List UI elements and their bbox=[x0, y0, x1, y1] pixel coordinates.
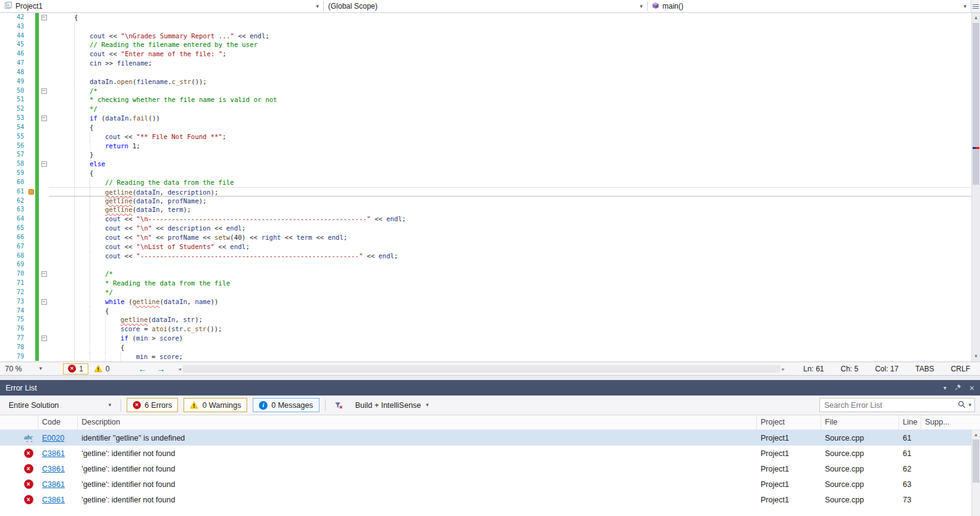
errors-filter-button[interactable]: 6 Errors bbox=[127, 398, 178, 412]
collapse-box-icon[interactable]: − bbox=[41, 336, 47, 341]
scrollbar-split-grip[interactable] bbox=[971, 0, 980, 12]
search-input[interactable] bbox=[823, 400, 955, 410]
code-line[interactable]: 43 bbox=[0, 22, 971, 32]
error-code-link[interactable]: C3861 bbox=[42, 465, 65, 473]
code-text[interactable]: dataIn.open(filename.c_str()); bbox=[49, 77, 971, 87]
code-text[interactable]: { bbox=[49, 123, 971, 132]
code-text[interactable]: cout << "\nGrades Summary Report ..." <<… bbox=[49, 32, 971, 41]
collapse-box-icon[interactable]: − bbox=[41, 161, 47, 167]
project-dropdown[interactable]: + Project1 ▾ bbox=[0, 0, 323, 12]
scroll-down-icon[interactable]: ▼ bbox=[972, 352, 980, 361]
code-line[interactable]: 57} bbox=[0, 150, 971, 159]
code-line[interactable]: 52*/ bbox=[0, 104, 971, 114]
column-code[interactable]: Code bbox=[38, 415, 78, 429]
code-text[interactable]: * checking whether the file name is vali… bbox=[49, 95, 971, 104]
code-text[interactable]: */ bbox=[49, 104, 971, 114]
code-text[interactable]: // Reading the filename entered by the u… bbox=[49, 40, 971, 49]
error-row[interactable]: C3861'getline': identifier not foundProj… bbox=[0, 446, 980, 461]
code-text[interactable]: cin >> filename; bbox=[49, 59, 971, 68]
navigate-forward-button[interactable]: → bbox=[156, 365, 165, 373]
collapse-box-icon[interactable]: − bbox=[41, 15, 47, 20]
code-line[interactable]: 75getline(dataIn, str); bbox=[0, 315, 971, 324]
code-line[interactable]: 54{ bbox=[0, 123, 971, 132]
code-line[interactable]: 49dataIn.open(filename.c_str()); bbox=[0, 77, 971, 87]
code-editor[interactable]: 42−{4344cout << "\nGrades Summary Report… bbox=[0, 13, 980, 362]
code-text[interactable] bbox=[49, 260, 971, 269]
code-text[interactable]: getline(dataIn, str); bbox=[49, 315, 971, 324]
code-text[interactable]: cout << "\n" << profName << setw(40) << … bbox=[49, 233, 971, 242]
code-line[interactable]: 74{ bbox=[0, 307, 971, 316]
code-text[interactable]: cout << "Enter name of the file: "; bbox=[49, 49, 971, 59]
code-text[interactable]: { bbox=[49, 169, 971, 178]
code-text[interactable]: { bbox=[49, 307, 971, 316]
code-line[interactable]: 65cout << "\n" << description << endl; bbox=[0, 224, 971, 233]
code-line[interactable]: 64cout << "\n---------------------------… bbox=[0, 214, 971, 224]
code-line[interactable]: 77−if (min > score) bbox=[0, 334, 971, 343]
code-line[interactable]: 66cout << "\n" << profName << setw(40) <… bbox=[0, 233, 971, 242]
column-file[interactable]: File bbox=[821, 415, 899, 429]
code-line[interactable]: 71* Reading the data from the file bbox=[0, 279, 971, 288]
line-indicator[interactable]: Ln: 61 bbox=[803, 365, 824, 373]
code-text[interactable]: * Reading the data from the file bbox=[49, 279, 971, 288]
horizontal-scrollbar[interactable]: ◂ ▸ bbox=[176, 364, 787, 373]
scope-filter-dropdown[interactable]: Entire Solution ▾ bbox=[5, 400, 115, 411]
code-text[interactable]: getline(dataIn, description); bbox=[49, 187, 971, 197]
chevron-down-icon[interactable]: ▾ bbox=[968, 402, 971, 408]
zoom-control[interactable]: 70 % ▾ bbox=[0, 365, 47, 373]
code-text[interactable]: score = atoi(str.c_str()); bbox=[49, 324, 971, 334]
code-text[interactable]: // Reading the data from the file bbox=[49, 178, 971, 187]
tabs-indicator[interactable]: TABS bbox=[915, 365, 934, 373]
code-text[interactable]: cout << "\nList of Students" << endl; bbox=[49, 242, 971, 252]
code-line[interactable]: 48 bbox=[0, 68, 971, 77]
error-code-link[interactable]: E0020 bbox=[42, 434, 64, 442]
code-line[interactable]: 68cout << "-----------------------------… bbox=[0, 252, 971, 261]
code-line[interactable]: 78{ bbox=[0, 343, 971, 352]
code-line[interactable]: 44cout << "\nGrades Summary Report ..." … bbox=[0, 32, 971, 41]
navigate-back-button[interactable]: ← bbox=[138, 365, 146, 373]
code-line[interactable]: 42−{ bbox=[0, 13, 971, 22]
collapse-box-icon[interactable]: − bbox=[41, 299, 47, 305]
close-icon[interactable] bbox=[969, 384, 974, 392]
code-text[interactable]: /* bbox=[49, 87, 971, 96]
code-line[interactable]: 79min = score; bbox=[0, 352, 971, 362]
error-code-link[interactable]: C3861 bbox=[42, 449, 65, 458]
code-line[interactable]: 47cin >> filename; bbox=[0, 59, 971, 68]
code-text[interactable]: while (getline(dataIn, name)) bbox=[49, 297, 971, 307]
code-text[interactable] bbox=[49, 68, 971, 77]
code-text[interactable]: getline(dataIn, term); bbox=[49, 205, 971, 214]
outlining-margin[interactable]: − bbox=[39, 13, 49, 22]
warnings-filter-button[interactable]: 0 Warnings bbox=[184, 398, 247, 412]
collapse-box-icon[interactable]: − bbox=[41, 116, 47, 121]
error-list-scrollbar[interactable]: ▲ bbox=[971, 430, 980, 516]
outlining-margin[interactable]: − bbox=[39, 87, 49, 96]
code-line[interactable]: 72*/ bbox=[0, 288, 971, 297]
window-position-icon[interactable]: ▾ bbox=[944, 385, 947, 391]
code-line[interactable]: 59{ bbox=[0, 169, 971, 178]
code-line[interactable]: 62getline(dataIn, profName); bbox=[0, 197, 971, 206]
code-line[interactable]: 45// Reading the filename entered by the… bbox=[0, 40, 971, 49]
warning-count-badge[interactable]: 0 bbox=[94, 365, 110, 373]
column-description[interactable]: Description bbox=[78, 415, 757, 429]
code-line[interactable]: 53−if (dataIn.fail()) bbox=[0, 114, 971, 123]
code-text[interactable]: min = score; bbox=[49, 352, 971, 362]
quick-action-icon[interactable] bbox=[28, 189, 34, 195]
scrollbar-thumb[interactable] bbox=[973, 439, 979, 483]
code-text[interactable]: */ bbox=[49, 288, 971, 297]
code-line[interactable]: 70−/* bbox=[0, 269, 971, 279]
source-filter-dropdown[interactable]: Build + IntelliSense ▾ bbox=[352, 400, 433, 411]
pin-icon[interactable] bbox=[955, 384, 961, 392]
code-line[interactable]: 61getline(dataIn, description); bbox=[0, 187, 971, 197]
code-text[interactable]: if (min > score) bbox=[49, 334, 971, 343]
scroll-right-icon[interactable]: ▸ bbox=[780, 366, 787, 372]
column-line[interactable]: Line bbox=[899, 415, 921, 429]
error-code-link[interactable]: C3861 bbox=[42, 480, 65, 489]
code-line[interactable]: 50−/* bbox=[0, 87, 971, 96]
code-text[interactable]: if (dataIn.fail()) bbox=[49, 114, 971, 123]
error-row[interactable]: C3861'getline': identifier not foundProj… bbox=[0, 476, 980, 492]
code-text[interactable]: getline(dataIn, profName); bbox=[49, 197, 971, 206]
panel-splitter[interactable] bbox=[0, 375, 980, 380]
member-dropdown[interactable]: main() ▾ bbox=[648, 0, 971, 12]
code-text[interactable]: cout << "\n-----------------------------… bbox=[49, 214, 971, 224]
scrollbar-thumb[interactable] bbox=[973, 23, 979, 185]
code-line[interactable]: 55cout << "** File Not Found **"; bbox=[0, 132, 971, 142]
